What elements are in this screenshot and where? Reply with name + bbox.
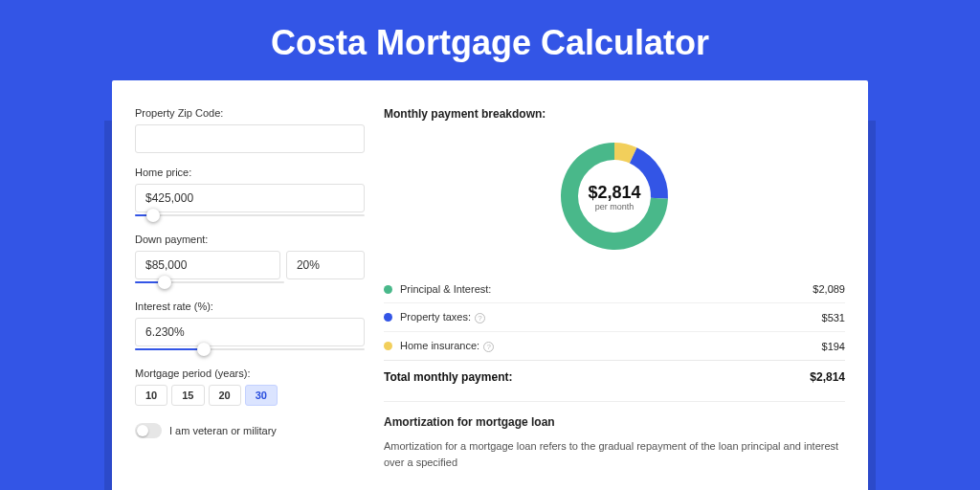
- period-button-20[interactable]: 20: [209, 385, 241, 406]
- legend-row: Property taxes:?$531: [384, 303, 845, 332]
- legend-swatch: [384, 313, 392, 322]
- interest-rate-input[interactable]: [135, 318, 365, 346]
- zip-input[interactable]: [135, 124, 365, 153]
- home-price-label: Home price:: [135, 167, 365, 178]
- legend-swatch: [384, 342, 392, 350]
- donut-center-value: $2,814: [588, 183, 640, 202]
- legend-value: $2,089: [813, 283, 845, 295]
- down-payment-label: Down payment:: [135, 234, 365, 245]
- down-payment-pct-input[interactable]: [286, 251, 365, 279]
- legend-value: $531: [822, 312, 845, 323]
- home-price-slider[interactable]: [135, 211, 365, 220]
- period-label: Mortgage period (years):: [135, 368, 365, 379]
- period-buttons: 10152030: [135, 385, 365, 406]
- amortization-heading: Amortization for mortgage loan: [384, 415, 845, 429]
- legend-label: Principal & Interest:: [400, 283, 813, 295]
- breakdown-column: Monthly payment breakdown: $2,814per mon…: [384, 107, 845, 470]
- total-row: Total monthly payment: $2,814: [384, 361, 845, 397]
- legend-value: $194: [822, 341, 845, 352]
- veteran-label: I am veteran or military: [169, 425, 277, 436]
- veteran-toggle[interactable]: [135, 423, 162, 438]
- legend-label: Property taxes:?: [400, 311, 822, 323]
- home-price-input[interactable]: [135, 184, 365, 212]
- legend-row: Home insurance:?$194: [384, 332, 845, 361]
- total-label: Total monthly payment:: [384, 370, 810, 384]
- donut-center-sub: per month: [595, 202, 635, 212]
- interest-rate-label: Interest rate (%):: [135, 301, 365, 312]
- legend: Principal & Interest:$2,089Property taxe…: [384, 276, 845, 361]
- period-button-30[interactable]: 30: [245, 385, 278, 406]
- zip-label: Property Zip Code:: [135, 107, 365, 119]
- down-payment-input[interactable]: [135, 251, 280, 279]
- amortization-section: Amortization for mortgage loan Amortizat…: [384, 401, 845, 470]
- period-button-10[interactable]: 10: [135, 385, 167, 406]
- info-icon[interactable]: ?: [483, 342, 494, 352]
- inputs-column: Property Zip Code: Home price: Down paym…: [135, 107, 365, 470]
- legend-row: Principal & Interest:$2,089: [384, 276, 845, 303]
- info-icon[interactable]: ?: [475, 313, 485, 323]
- interest-rate-slider[interactable]: [135, 345, 365, 354]
- breakdown-heading: Monthly payment breakdown:: [384, 107, 845, 121]
- period-button-15[interactable]: 15: [171, 385, 204, 406]
- amortization-text: Amortization for a mortgage loan refers …: [384, 438, 845, 470]
- down-payment-slider[interactable]: [135, 278, 284, 287]
- legend-label: Home insurance:?: [400, 340, 822, 352]
- donut-chart: $2,814per month: [384, 134, 845, 258]
- calculator-card: Property Zip Code: Home price: Down paym…: [112, 80, 868, 490]
- page-title: Costa Mortgage Calculator: [0, 0, 980, 80]
- total-value: $2,814: [810, 370, 845, 384]
- legend-swatch: [384, 285, 392, 294]
